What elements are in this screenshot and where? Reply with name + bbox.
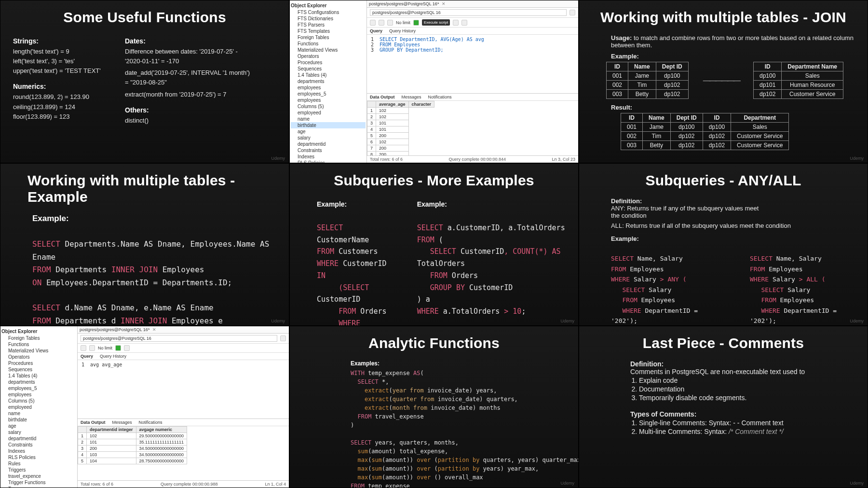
tab-notifications[interactable]: Notifications <box>428 95 452 99</box>
open-icon[interactable] <box>370 20 376 26</box>
slide-subqueries-anyall: Subqueries - ANY/ALL Definition: ANY: Re… <box>579 163 868 326</box>
tree-item[interactable]: departments <box>291 78 366 84</box>
analytic-code: WITH temp_expense AS( SELECT *, extract(… <box>351 369 566 488</box>
slide-join: Working with multiple tables - JOIN Usag… <box>579 0 868 163</box>
stop-icon[interactable] <box>453 20 459 26</box>
slide-comments: Last Piece - Comments Definition: Commen… <box>579 326 868 488</box>
tree-item[interactable]: employees <box>291 84 366 91</box>
explain-icon[interactable] <box>461 20 467 26</box>
tree-item[interactable]: employeed <box>1 404 76 410</box>
tree-item[interactable]: age <box>1 423 76 429</box>
connection-path[interactable]: postgres/postgres@PostgreSQL 16 <box>370 9 567 16</box>
tree-item[interactable]: name <box>291 116 366 122</box>
slide-subqueries-more: Subqueries - More Examples Example: SELE… <box>289 163 579 326</box>
tree-item[interactable]: salary <box>1 429 76 435</box>
source-footer: Udemy <box>271 156 285 161</box>
save-icon[interactable] <box>89 345 95 351</box>
sql-editor[interactable]: 1 avg avg_age <box>78 360 289 419</box>
tree-item[interactable]: Operators <box>291 53 366 59</box>
tree-item[interactable]: Foreign Tables <box>1 335 76 341</box>
tab-notifications[interactable]: Notifications <box>139 420 163 425</box>
tree-item[interactable]: Rules <box>1 460 76 467</box>
tab-history[interactable]: Query History <box>100 354 126 359</box>
tree-item[interactable]: travel_expence <box>1 473 76 479</box>
tree-item[interactable]: Sequences <box>291 66 366 72</box>
tree-item[interactable]: RLS Policies <box>291 160 366 163</box>
tree-item[interactable]: Procedures <box>1 360 76 366</box>
save-icon[interactable] <box>379 20 384 26</box>
tree-item[interactable]: departments <box>1 379 76 385</box>
sql-editor[interactable]: 1 SELECT DepartmentID, AVG(Age) AS avg 2… <box>367 35 578 94</box>
tree-item[interactable]: RLS Policies <box>1 454 76 460</box>
tree-item[interactable]: 1.4 Tables (4) <box>1 373 76 379</box>
join-table-a: IDNameDept ID001Jamedp100002Timdp102003B… <box>606 62 689 99</box>
tab-data-output[interactable]: Data Output <box>370 95 395 99</box>
object-explorer[interactable]: Object Explorer Foreign TablesFunctionsM… <box>0 326 78 488</box>
tree-item[interactable]: 1.4 Tables (4) <box>291 72 366 78</box>
tree-item[interactable]: Triggers <box>1 467 76 473</box>
tree-item[interactable]: birthdate <box>291 122 366 128</box>
editor-tab[interactable]: postgres/postgres@PostgreSQL 16* <box>369 1 439 6</box>
slide-join-example: Working with multiple tables - Example E… <box>0 163 289 326</box>
tree-item[interactable]: Materialized Views <box>291 47 366 53</box>
tree-item[interactable]: Constraints <box>1 442 76 448</box>
tree-item[interactable]: employees_5 <box>291 91 366 97</box>
tree-item[interactable]: FTS Templates <box>291 28 366 34</box>
tree-item[interactable]: FTS Parsers <box>291 22 366 28</box>
tree-item[interactable]: Functions <box>1 341 76 348</box>
tree-item[interactable]: Functions <box>291 41 366 47</box>
tree-item[interactable]: Indexes <box>1 448 76 454</box>
tree-item[interactable]: Types <box>1 486 76 488</box>
tree-item[interactable]: FTS Dictionaries <box>291 15 366 22</box>
row-limit-dropdown[interactable]: No limit <box>98 346 112 350</box>
tab-query[interactable]: Query <box>81 354 93 359</box>
tree-item[interactable]: name <box>1 410 76 417</box>
tree-item[interactable]: Sequences <box>1 366 76 373</box>
open-icon[interactable] <box>81 345 86 351</box>
tree-item[interactable]: FTS Configurations <box>291 9 366 15</box>
tree-item[interactable]: Procedures <box>291 59 366 66</box>
tree-item[interactable]: Constraints <box>291 147 366 153</box>
slide-useful-functions: Some Useful Functions Strings: length('t… <box>0 0 289 163</box>
join-table-b: IDDepartment Namedp100Salesdp101Human Re… <box>753 62 843 99</box>
tree-item[interactable]: salary <box>291 135 366 141</box>
tree-item[interactable]: Columns (5) <box>1 398 76 404</box>
tree-item[interactable]: Columns (5) <box>291 103 366 110</box>
copy-icon[interactable] <box>387 20 393 26</box>
execute-script-icon[interactable] <box>115 345 121 351</box>
tree-item[interactable]: birthdate <box>1 417 76 423</box>
tree-item[interactable]: Operators <box>1 354 76 360</box>
execute-script-icon[interactable] <box>413 20 419 26</box>
object-explorer[interactable]: Object Explorer FTS ConfigurationsFTS Di… <box>290 0 367 163</box>
slide-pgadmin-1: Object Explorer FTS ConfigurationsFTS Di… <box>289 0 579 163</box>
tree-item[interactable]: age <box>291 128 366 135</box>
tab-messages[interactable]: Messages <box>402 95 421 99</box>
results-grid[interactable]: departmentid integeravgage numeric110229… <box>78 426 289 481</box>
settings-icon[interactable] <box>280 335 286 341</box>
tree-item[interactable]: employees_5 <box>1 385 76 391</box>
tree-item[interactable]: employees <box>1 391 76 398</box>
join-table-result: IDNameDept IDIDDepartment001Jamedp100dp1… <box>621 113 789 150</box>
tree-item[interactable]: employees <box>291 97 366 103</box>
tab-data-output[interactable]: Data Output <box>81 420 106 425</box>
tab-messages[interactable]: Messages <box>112 420 132 425</box>
tree-item[interactable]: Foreign Tables <box>291 34 366 41</box>
tab-query[interactable]: Query <box>370 28 382 33</box>
row-limit-dropdown[interactable]: No limit <box>396 20 410 25</box>
tree-item[interactable]: employeed <box>291 110 366 116</box>
editor-tab[interactable]: postgres/postgres@PostgreSQL 16* <box>80 327 149 332</box>
results-grid[interactable]: average_agecharacter11022102310141015200… <box>367 101 578 155</box>
tree-item[interactable]: Indexes <box>291 153 366 160</box>
tree-item[interactable]: Materialized Views <box>1 348 76 354</box>
tree-item[interactable]: departmentid <box>1 435 76 442</box>
connection-path[interactable]: postgres/postgres@PostgreSQL 16 <box>81 335 277 342</box>
slide-pgadmin-2: Object Explorer Foreign TablesFunctionsM… <box>0 326 289 488</box>
stop-icon[interactable] <box>124 345 130 351</box>
execute-tooltip: Execute script <box>422 19 450 26</box>
tree-item[interactable]: Trigger Functions <box>1 479 76 486</box>
tab-history[interactable]: Query History <box>389 28 416 33</box>
tree-item[interactable]: departmentid <box>291 141 366 147</box>
settings-icon[interactable] <box>570 10 575 15</box>
slide-title: Some Useful Functions <box>13 9 276 26</box>
slide-analytic-functions: Analytic Functions Examples: WITH temp_e… <box>289 326 579 488</box>
